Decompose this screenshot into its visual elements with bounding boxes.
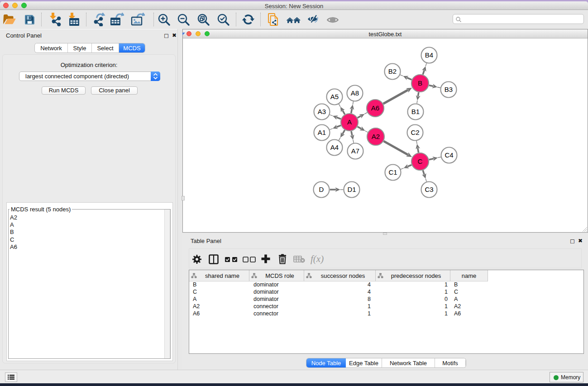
svg-text:C: C: [418, 157, 423, 165]
svg-text:A1: A1: [318, 129, 326, 136]
svg-text:A5: A5: [330, 93, 339, 100]
svg-text:C3: C3: [425, 186, 433, 193]
svg-text:A2: A2: [372, 133, 380, 140]
svg-text:A4: A4: [330, 143, 339, 151]
svg-text:A8: A8: [351, 89, 359, 97]
svg-text:B1: B1: [411, 108, 420, 115]
svg-text:D1: D1: [347, 186, 356, 193]
svg-text:B3: B3: [445, 86, 453, 93]
svg-text:C2: C2: [411, 129, 419, 136]
svg-text:D: D: [319, 186, 324, 193]
svg-text:A: A: [347, 118, 352, 126]
svg-text:B4: B4: [425, 51, 433, 59]
svg-text:C4: C4: [445, 151, 453, 159]
svg-text:B: B: [418, 79, 422, 87]
svg-text:C1: C1: [388, 168, 397, 176]
svg-text:A6: A6: [371, 104, 379, 112]
svg-text:A7: A7: [351, 147, 359, 155]
svg-text:A3: A3: [318, 108, 326, 115]
svg-text:B2: B2: [388, 67, 397, 75]
